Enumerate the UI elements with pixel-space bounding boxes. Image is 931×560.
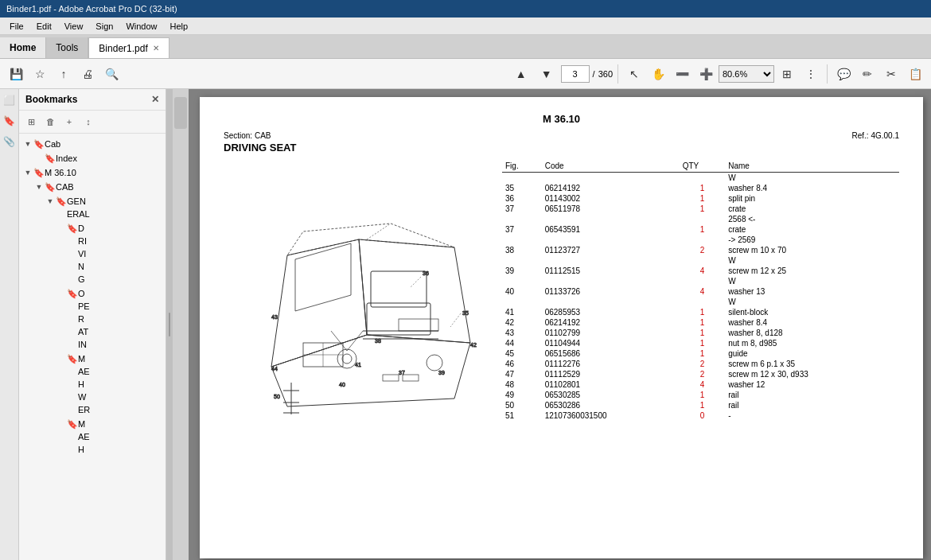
cell-code	[542, 255, 680, 266]
cell-name: -> 2569	[725, 235, 899, 245]
cell-name: crate	[725, 204, 899, 214]
cell-fig: 41	[502, 307, 542, 317]
bookmarks-sidebar: Bookmarks ✕ ⊞ 🗑 + ↕ ▼ 🔖 Cab 🔖	[19, 89, 166, 560]
cell-qty: 1	[680, 224, 726, 235]
pdf-drawing-area: 35 36 37 38 39 40 41 42 43 44 50	[224, 160, 494, 432]
zoom-select[interactable]: 80.6% 50% 75% 100% 125% 150%	[719, 65, 774, 83]
view-mode-button[interactable]: ⊞	[776, 63, 798, 85]
cell-fig: 48	[502, 379, 542, 390]
edit-button[interactable]: ✂	[880, 63, 902, 85]
cell-name: washer 8.4	[725, 183, 899, 193]
cell-code: 01112515	[542, 266, 680, 276]
hand-tool-button[interactable]: ✋	[647, 63, 669, 85]
cell-code: 01112276	[542, 359, 680, 369]
title-bar: Binder1.pdf - Adobe Acrobat Pro DC (32-b…	[0, 0, 931, 18]
bookmark-maehwer[interactable]: 🔖 MAEHWER	[19, 352, 166, 417]
table-row: 51121073600315000-	[502, 410, 899, 421]
svg-text:43: 43	[271, 314, 278, 320]
cab-sub-label: CAB	[56, 181, 166, 193]
tab-home-label: Home	[10, 42, 36, 53]
menu-help[interactable]: Help	[164, 20, 195, 33]
cell-qty: 4	[680, 286, 726, 297]
bookmark-driving[interactable]: 🔖 DRIVING	[19, 221, 166, 286]
sidebar-resize-handle[interactable]	[166, 89, 173, 560]
cell-fig: 50	[502, 400, 542, 410]
tab-tools[interactable]: Tools	[46, 37, 88, 58]
pages-panel-button[interactable]: ⬜	[2, 92, 18, 108]
index-label: Index	[56, 152, 166, 165]
sidebar-header: Bookmarks ✕	[19, 89, 166, 111]
zoom-out-button[interactable]: ➖	[671, 63, 693, 85]
maeh-bookmark-icon: 🔖	[67, 418, 78, 430]
cell-name: -	[725, 410, 899, 421]
scroll-mode-button[interactable]: ⋮	[800, 63, 822, 85]
m3610-arrow: ▼	[22, 166, 33, 179]
general-arrow: ▼	[45, 195, 56, 208]
cell-qty: 1	[680, 204, 726, 214]
bookmark-index[interactable]: 🔖 Index	[19, 151, 166, 165]
pdf-viewer[interactable]: M 36.10 Section: CAB Ref.: 4G.00.1 DRIVI…	[173, 89, 931, 560]
page-separator: /	[593, 69, 595, 79]
cell-name: washer 8, d128	[725, 328, 899, 338]
cell-fig: 37	[502, 204, 542, 214]
menu-file[interactable]: File	[3, 20, 30, 33]
tab-document[interactable]: Binder1.pdf ✕	[88, 37, 169, 58]
comment-button[interactable]: 💬	[832, 63, 855, 85]
maehwer-label: MAEHWER	[78, 352, 166, 416]
select-tool-button[interactable]: ↖	[623, 63, 645, 85]
prev-page-button[interactable]: ▲	[510, 63, 532, 85]
sidebar-delete-button[interactable]: 🗑	[41, 113, 59, 130]
cell-code: 06285953	[542, 307, 680, 317]
cell-code: 01143002	[542, 193, 680, 204]
cell-fig: 40	[502, 286, 542, 297]
bookmark-maeh[interactable]: 🔖 MAEH	[19, 417, 166, 457]
sidebar-expand-button[interactable]: ↕	[80, 113, 97, 130]
operating-label: OPERATIN	[78, 287, 166, 351]
cell-fig: 44	[502, 338, 542, 348]
cell-qty: 1	[680, 193, 726, 204]
cell-fig: 35	[502, 183, 542, 193]
menu-edit[interactable]: Edit	[30, 20, 58, 33]
save-button[interactable]: 💾	[5, 63, 27, 85]
cell-qty	[680, 235, 726, 245]
sidebar-add-button[interactable]: +	[60, 113, 78, 130]
cell-qty	[680, 297, 726, 307]
cell-code: 06543591	[542, 224, 680, 235]
scroll-thumb[interactable]	[174, 97, 187, 129]
share-button[interactable]: ↑	[53, 63, 75, 85]
bookmark-m3610[interactable]: ▼ 🔖 M 36.10	[19, 165, 166, 180]
cell-name: nut m 8, d985	[725, 338, 899, 348]
bookmark-cab-sub[interactable]: ▼ 🔖 CAB	[19, 180, 166, 194]
search-button[interactable]: 🔍	[100, 63, 123, 85]
cell-code: 01102801	[542, 379, 680, 390]
cell-name: washer 12	[725, 379, 899, 390]
cell-code	[542, 297, 680, 307]
cell-qty: 2	[680, 359, 726, 369]
bookmarks-panel-button[interactable]: 🔖	[2, 113, 18, 129]
next-page-button[interactable]: ▼	[536, 63, 558, 85]
maeh-label: MAEH	[78, 418, 166, 456]
highlight-button[interactable]: ✏	[856, 63, 878, 85]
tab-home[interactable]: Home	[0, 37, 46, 58]
menu-view[interactable]: View	[58, 20, 90, 33]
bookmark-cab[interactable]: ▼ 🔖 Cab	[19, 137, 166, 151]
bookmark-general[interactable]: ▼ 🔖 GENERAL	[19, 194, 166, 221]
bookmark-button[interactable]: ☆	[29, 63, 51, 85]
cell-fig: 49	[502, 390, 542, 400]
menu-window[interactable]: Window	[119, 20, 163, 33]
page-number-input[interactable]	[561, 65, 590, 83]
stamp-button[interactable]: 📋	[904, 63, 926, 85]
cell-code	[542, 235, 680, 245]
sidebar-close-button[interactable]: ✕	[151, 94, 159, 105]
cell-name: W	[725, 276, 899, 286]
print-button[interactable]: 🖨	[76, 63, 99, 85]
cell-code: 01112529	[542, 369, 680, 379]
bookmark-operating[interactable]: 🔖 OPERATIN	[19, 286, 166, 352]
sidebar-tools: ⊞ 🗑 + ↕	[19, 111, 166, 134]
zoom-in-button[interactable]: ➕	[695, 63, 717, 85]
cell-name: rail	[725, 390, 899, 400]
tab-close-button[interactable]: ✕	[153, 44, 159, 52]
attachments-panel-button[interactable]: 📎	[2, 134, 18, 150]
menu-sign[interactable]: Sign	[89, 20, 119, 33]
sidebar-view-button[interactable]: ⊞	[22, 113, 40, 130]
